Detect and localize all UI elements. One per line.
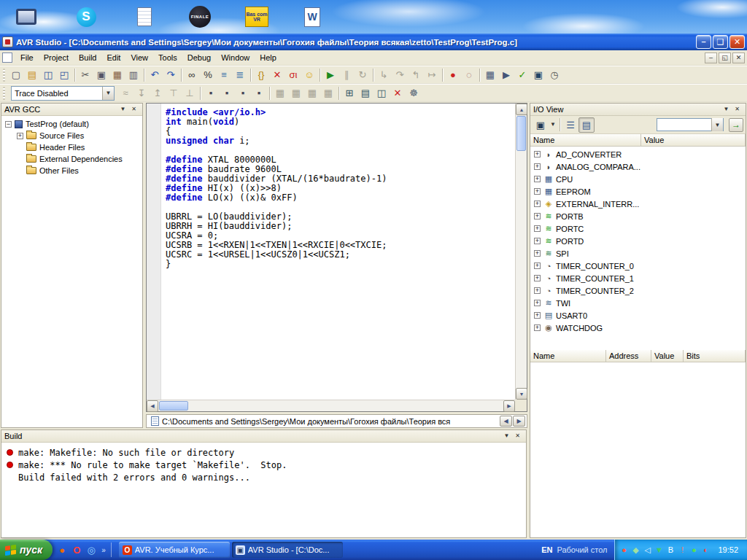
collapse-icon[interactable]: − [5,121,12,128]
minimize-button[interactable]: – [696,35,711,49]
io-item-timer-counter-2[interactable]: +◔TIMER_COUNTER_2 [530,284,746,297]
tree-item-external-dependencies[interactable]: External Dependencies [1,153,142,165]
panel-menu-icon[interactable]: ▼ [117,104,128,114]
io-tag-button[interactable]: ▪ [235,85,251,101]
editor-horizontal-scrollbar[interactable]: ◀ ▶ [147,400,515,411]
braces-button[interactable]: {} [253,67,269,82]
language-indicator[interactable]: EN [537,545,557,554]
chevron-down-icon[interactable]: ▼ [711,118,723,131]
cut-button[interactable]: ✂ [77,67,93,82]
code-area[interactable]: #include <avr/io.h>int main(void){unsign… [162,104,515,400]
expand-icon[interactable]: + [534,287,541,294]
column-header-name[interactable]: Name [530,350,606,362]
undo-button[interactable]: ↶ [147,67,163,82]
paste-button[interactable]: ▦ [109,67,125,82]
taskbar-task-avr-учебный-курс[interactable]: OAVR. Учебный Курс... [119,542,230,558]
io-item-eeprom[interactable]: +▦EEPROM [530,185,746,198]
chevron-down-icon[interactable]: ▼ [102,87,114,100]
ql-messenger-icon[interactable]: ◎ [85,543,98,556]
expand-icon[interactable]: + [534,300,541,306]
save-layout-button[interactable]: ◫ [374,85,390,101]
taskbar-task-avr-studio-c-doc[interactable]: ▣AVR Studio - [C:\Doc... [232,542,343,558]
menu-help[interactable]: Help [255,52,282,63]
expand-icon[interactable]: + [534,275,541,281]
horizontal-scroll-thumb[interactable] [159,401,188,411]
scroll-left-icon[interactable]: ◀ [147,400,158,412]
menu-window[interactable]: Window [216,52,255,63]
io-item-ad-converter[interactable]: +◗AD_CONVERTER [530,148,746,160]
menu-edit[interactable]: Edit [101,52,125,63]
expand-icon[interactable]: + [534,213,541,219]
expand-icon[interactable]: + [534,225,541,232]
find-in-files-button[interactable]: % [200,67,216,82]
delete-marker-button[interactable]: ✕ [269,67,285,82]
expand-icon[interactable]: + [534,201,541,207]
details-view-icon[interactable]: ▤ [578,117,595,133]
io-item-portb[interactable]: +≋PORTB [530,210,746,222]
remove-breakpoints-button[interactable]: ◌ [461,67,477,82]
chip-programmer-button[interactable]: ▣ [530,67,546,82]
tree-item-other-files[interactable]: Other Files [1,165,142,176]
run-to-cursor-button[interactable]: ↦ [424,67,440,82]
close-window-button[interactable]: ✕ [390,85,406,101]
tray-network-icon[interactable]: ◆ [630,545,641,555]
column-header-value[interactable]: Value [641,134,746,146]
register-tag-button[interactable]: ▪ [203,85,219,101]
expand-icon[interactable]: + [534,312,541,319]
panel-close-icon[interactable]: ✕ [732,104,743,114]
tray-status-icon[interactable]: ● [688,545,700,555]
expand-icon[interactable]: + [534,163,541,170]
mdi-minimize-button[interactable]: – [705,52,717,63]
maximize-button[interactable]: ❑ [713,35,728,49]
expand-icon[interactable]: + [534,324,541,331]
toolbar-grip[interactable] [3,69,5,82]
memory-tag-button[interactable]: ▪ [219,85,235,101]
reset-button[interactable]: ↻ [355,67,371,82]
build-button[interactable]: ▦ [482,67,498,82]
tray-agent-icon[interactable]: ◐ [700,545,711,555]
io-item-timer-counter-1[interactable]: +◔TIMER_COUNTER_1 [530,272,746,284]
break-button[interactable]: ∥ [338,67,355,82]
bascom-icon[interactable]: Bas com VR [241,2,273,31]
io-item-portc[interactable]: +≋PORTC [530,222,746,235]
save-button[interactable]: ◫ [40,67,56,82]
io-item-twi[interactable]: +≋TWI [530,297,746,309]
menu-tools[interactable]: Tools [153,52,182,63]
io-item-timer-counter-0[interactable]: +◔TIMER_COUNTER_0 [530,260,746,272]
close-button[interactable]: ✕ [729,35,745,49]
memory-window-button[interactable]: ▦ [288,85,304,101]
stopwatch-button[interactable]: ◷ [546,67,562,82]
device-chip-icon[interactable]: ▣ [533,117,549,133]
redo-button[interactable]: ↷ [163,67,179,82]
flash-tag-button[interactable]: ▪ [251,85,267,101]
step-out-button[interactable]: ↰ [408,67,424,82]
panel-close-icon[interactable]: ✕ [128,104,139,114]
io-item-analog-compara[interactable]: +◗ANALOG_COMPARA... [530,160,746,173]
watch-window-button[interactable]: ▦ [272,85,288,101]
tree-item-header-files[interactable]: Header Files [1,141,142,153]
panel-menu-icon[interactable]: ▼ [501,431,512,441]
step-into-button[interactable]: ↳ [376,67,392,82]
expand-icon[interactable]: + [534,250,541,257]
trace-select[interactable]: Trace Disabled ▼ [11,86,115,101]
expand-icon[interactable]: + [534,238,541,244]
tray-b-icon[interactable]: B [665,545,676,555]
go-arrow-icon[interactable]: → [729,118,743,132]
editor-vertical-scrollbar[interactable]: ▲ ▼ [515,104,527,400]
jump-target-button[interactable]: ↧ [133,85,150,101]
taskbar-clock[interactable]: 19:52 [711,545,744,554]
my-computer-icon[interactable] [10,2,42,31]
word-icon[interactable]: W [296,2,328,31]
ql-browser-icon[interactable]: ● [55,543,69,556]
io-item-usart0[interactable]: +▤USART0 [530,309,746,322]
menu-build[interactable]: Build [74,52,101,63]
auto-step-button[interactable]: ≈ [117,85,133,101]
menu-view[interactable]: View [125,52,153,63]
step-over-button[interactable]: ↷ [392,67,408,82]
scroll-right-icon[interactable]: ▶ [503,400,515,412]
mdi-close-button[interactable]: ✕ [732,52,745,63]
find-button[interactable]: ∞ [184,67,200,82]
scroll-down-icon[interactable]: ▼ [516,388,527,400]
scroll-up-icon[interactable]: ▲ [516,104,527,115]
io-item-spi[interactable]: +≋SPI [530,247,746,260]
